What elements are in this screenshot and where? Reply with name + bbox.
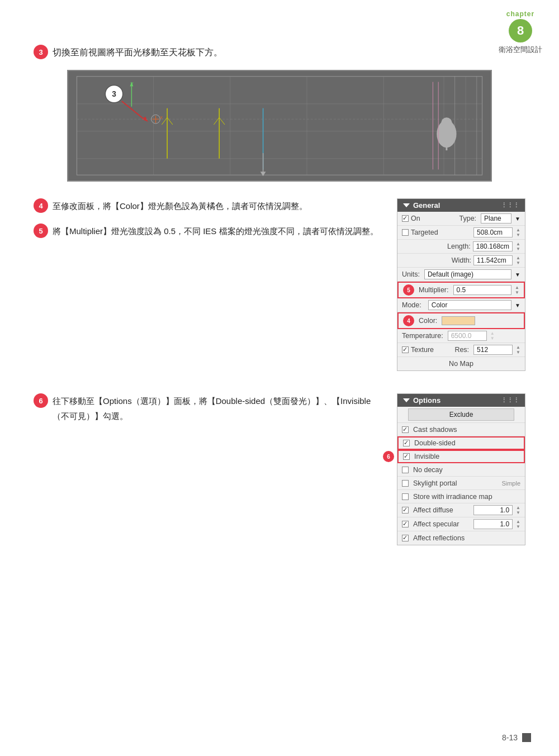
panel-targeted-row: Targeted 508.0cm ▲▼ <box>397 226 525 240</box>
temp-spinner: ▲▼ <box>490 331 495 341</box>
affect-specular-checkbox[interactable] <box>402 521 409 527</box>
res-label: Res: <box>454 346 469 354</box>
type-dropdown-arrow: ▼ <box>515 216 520 222</box>
double-sided-checkbox[interactable] <box>403 440 410 446</box>
viewport: 3 y x <box>67 70 492 182</box>
panel-on-type-row: On Type: Plane ▼ <box>397 212 525 226</box>
svg-rect-0 <box>72 71 488 180</box>
step3-text: 切換至前視圖將平面光移動至天花板下方。 <box>53 45 222 60</box>
res-spinner: ▲▼ <box>516 345 520 355</box>
page-number-text: 8-13 <box>502 733 518 742</box>
chapter-label: chapter <box>506 10 534 18</box>
step6-row: 6 往下移動至【Options（選項）】面板，將【Double-sided（雙面… <box>34 393 525 545</box>
texture-checkbox[interactable] <box>402 346 409 353</box>
invisible-checkbox[interactable] <box>403 453 410 460</box>
options-double-sided-row: Double-sided <box>397 436 525 450</box>
panel-nomap-row: No Map <box>397 357 525 370</box>
general-panel-title: General <box>413 201 440 210</box>
page-number-square <box>522 733 531 742</box>
page-number: 8-13 <box>502 733 531 742</box>
options-affect-diffuse-row: Affect diffuse 1.0 ▲▼ <box>397 503 525 517</box>
skylight-checkbox[interactable] <box>402 480 409 487</box>
targeted-spinner: ▲▼ <box>516 227 520 237</box>
panel-width-row: Width: 11.542cm ▲▼ <box>397 254 525 268</box>
multiplier-value[interactable]: 0.5 <box>453 285 512 295</box>
type-select[interactable]: Plane <box>481 213 511 224</box>
simple-label: Simple <box>501 480 520 487</box>
targeted-checkbox[interactable] <box>402 229 409 236</box>
length-value[interactable]: 180.168cm <box>473 241 513 251</box>
options-collapse-icon <box>403 398 410 402</box>
step5-text: 將【Multiplier】燈光強度設為 0.5，不同 IES 檔案的燈光強度不同… <box>53 224 378 239</box>
step4-item: 4 至修改面板，將【Color】燈光顏色設為黃橘色，讀者可依情況調整。 <box>34 198 380 213</box>
svg-point-33 <box>441 117 452 129</box>
on-checkbox[interactable] <box>402 215 409 222</box>
targeted-value[interactable]: 508.0cm <box>473 227 513 237</box>
mode-dropdown-arrow: ▼ <box>515 302 520 308</box>
units-label: Units: <box>402 270 420 278</box>
units-select[interactable]: Default (image) <box>424 269 511 279</box>
targeted-label: Targeted <box>411 229 438 236</box>
options-panel: Options ⋮⋮⋮ Exclude Cast shadows Double-… <box>397 393 525 545</box>
units-dropdown-arrow: ▼ <box>515 272 520 278</box>
affect-diffuse-checkbox[interactable] <box>402 507 409 513</box>
panel-multiplier-row: 5 Multiplier: 0.5 ▲▼ <box>397 282 525 298</box>
options-cast-shadows-row: Cast shadows <box>397 423 525 436</box>
svg-text:x: x <box>160 114 163 120</box>
panel-mode-row: Mode: Color ▼ <box>397 298 525 312</box>
options-panel-header: Options ⋮⋮⋮ <box>397 394 525 407</box>
store-checkbox[interactable] <box>402 493 409 500</box>
no-decay-checkbox[interactable] <box>402 467 409 473</box>
panel-texture-row: Texture Res: 512 ▲▼ <box>397 343 525 357</box>
affect-reflections-checkbox[interactable] <box>402 535 409 541</box>
options-no-decay-row: No decay <box>397 463 525 477</box>
step3-row: 3 切換至前視圖將平面光移動至天花板下方。 <box>34 45 525 60</box>
multiplier-spinner: ▲▼ <box>515 285 519 295</box>
step6-text: 往下移動至【Options（選項）】面板，將【Double-sided（雙面發光… <box>53 393 380 424</box>
options-invisible-row: 6 Invisible <box>397 450 525 463</box>
double-sided-label: Double-sided <box>414 439 456 447</box>
step5-marker: 5 <box>34 224 48 238</box>
no-decay-label: No decay <box>413 466 443 474</box>
chapter-number: 8 <box>509 19 532 42</box>
invisible-label: Invisible <box>414 453 439 460</box>
options-drag-handle: ⋮⋮⋮ <box>501 397 519 404</box>
step6-inline-badge: 6 <box>383 451 394 462</box>
mode-select[interactable]: Color <box>428 300 511 310</box>
res-value[interactable]: 512 <box>473 345 513 355</box>
affect-specular-spinner: ▲▼ <box>516 519 520 529</box>
temperature-value[interactable]: 6500.0 <box>448 331 487 341</box>
width-label: Width: <box>452 256 471 264</box>
steps-4-5-row: 4 至修改面板，將【Color】燈光顏色設為黃橘色，讀者可依情況調整。 5 將【… <box>34 198 525 371</box>
step6-marker: 6 <box>34 393 48 408</box>
multiplier-label: Multiplier: <box>419 286 449 294</box>
options-panel-title: Options <box>413 396 440 405</box>
width-value[interactable]: 11.542cm <box>473 255 513 265</box>
affect-diffuse-label: Affect diffuse <box>413 506 471 514</box>
color-label: Color: <box>419 317 437 325</box>
panel-units-row: Units: Default (image) ▼ <box>397 268 525 282</box>
viewport-svg: 3 y x <box>68 71 491 180</box>
cast-shadows-checkbox[interactable] <box>402 426 409 433</box>
step4-inline-badge: 4 <box>403 315 414 326</box>
exclude-button[interactable]: Exclude <box>408 408 515 421</box>
steps-4-5-left: 4 至修改面板，將【Color】燈光顏色設為黃橘色，讀者可依情況調整。 5 將【… <box>34 198 380 239</box>
color-swatch[interactable] <box>442 316 475 325</box>
length-label: Length: <box>447 243 471 250</box>
store-label: Store with irradiance map <box>413 493 492 501</box>
panel-collapse-icon <box>403 203 410 207</box>
chapter-subtitle: 衛浴空間設計 <box>499 45 542 55</box>
step6-item: 6 往下移動至【Options（選項）】面板，將【Double-sided（雙面… <box>34 393 380 424</box>
step6-left: 6 往下移動至【Options（選項）】面板，將【Double-sided（雙面… <box>34 393 380 424</box>
step4-text: 至修改面板，將【Color】燈光顏色設為黃橘色，讀者可依情況調整。 <box>53 198 307 213</box>
no-map-label: No Map <box>449 360 473 368</box>
affect-diffuse-spinner: ▲▼ <box>516 505 520 515</box>
affect-diffuse-value[interactable]: 1.0 <box>473 505 513 515</box>
affect-specular-value[interactable]: 1.0 <box>473 519 513 529</box>
chapter-badge: chapter 8 衛浴空間設計 <box>499 10 542 55</box>
length-spinner: ▲▼ <box>516 241 520 251</box>
options-store-row: Store with irradiance map <box>397 490 525 503</box>
type-label: Type: <box>459 215 477 222</box>
panel-drag-handle: ⋮⋮⋮ <box>501 202 519 209</box>
step5-item: 5 將【Multiplier】燈光強度設為 0.5，不同 IES 檔案的燈光強度… <box>34 224 380 239</box>
